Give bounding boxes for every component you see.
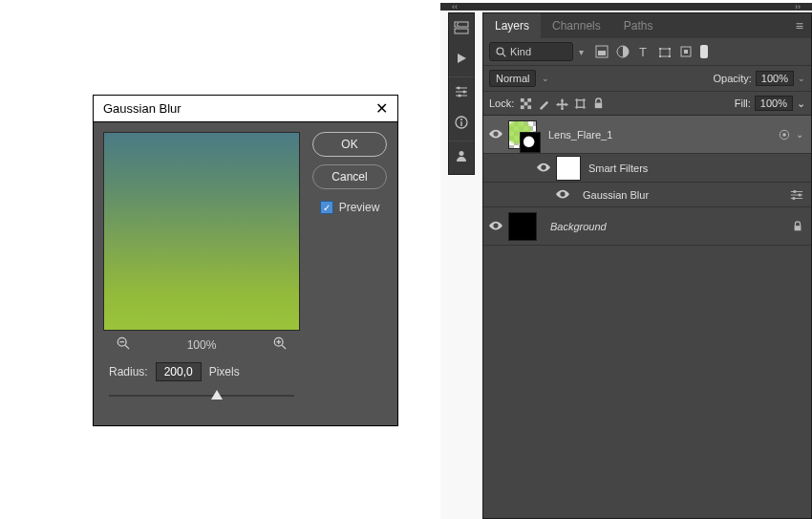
lock-icon	[792, 221, 803, 232]
fill-label: Fill:	[735, 97, 751, 109]
panel-menu-icon[interactable]: ≡	[788, 18, 811, 33]
lock-transparency-icon[interactable]	[520, 97, 532, 110]
lock-all-icon[interactable]	[592, 97, 605, 110]
history-icon[interactable]	[454, 21, 469, 38]
checkbox-checked-icon[interactable]: ✓	[320, 201, 333, 214]
radius-label: Radius:	[109, 365, 148, 378]
adjustments-icon[interactable]	[454, 85, 469, 102]
filter-pixel-icon[interactable]	[595, 45, 609, 58]
info-icon[interactable]	[455, 116, 468, 133]
blur-preview[interactable]	[103, 132, 300, 331]
zoom-out-icon[interactable]	[117, 336, 130, 353]
filter-blend-options-icon[interactable]	[790, 189, 803, 201]
dialog-titlebar[interactable]: Gaussian Blur ✕	[94, 96, 397, 122]
chevron-down-icon[interactable]: ⌄	[798, 74, 805, 83]
svg-rect-8	[455, 29, 468, 33]
preview-checkbox-row[interactable]: ✓ Preview	[320, 201, 380, 214]
filter-name[interactable]: Gaussian Blur	[583, 189, 790, 201]
filter-type-icon[interactable]: T	[637, 45, 651, 58]
lock-label: Lock:	[489, 97, 514, 109]
panel-cluster: ‹‹ ›› Layers Channels Paths ≡ Kind ▾	[440, 3, 812, 519]
svg-point-17	[460, 119, 462, 120]
svg-rect-43	[595, 102, 602, 108]
layer-row-lens-flare[interactable]: Lens_Flare_1 ⌄	[483, 116, 811, 154]
filter-row-gaussian-blur[interactable]: Gaussian Blur	[483, 183, 811, 207]
smart-filters-row[interactable]: Smart Filters	[483, 154, 811, 183]
close-icon[interactable]: ✕	[375, 96, 388, 122]
svg-point-45	[782, 133, 785, 136]
zoom-percent: 100%	[187, 338, 217, 352]
actions-play-icon[interactable]	[455, 52, 468, 69]
svg-rect-23	[598, 51, 606, 55]
ok-button[interactable]: OK	[312, 132, 387, 157]
svg-rect-29	[659, 55, 661, 57]
radius-slider[interactable]	[109, 387, 294, 404]
radius-unit: Pixels	[209, 365, 240, 378]
svg-rect-49	[794, 190, 797, 193]
tab-paths[interactable]: Paths	[612, 13, 665, 38]
layer-name[interactable]: Lens_Flare_1	[548, 129, 779, 141]
svg-rect-26	[660, 49, 670, 56]
dock-collapse-left-icon[interactable]: ‹‹	[452, 2, 458, 11]
svg-line-1	[125, 345, 129, 349]
dialog-title: Gaussian Blur	[103, 96, 182, 122]
layers-panel: Layers Channels Paths ≡ Kind ▾ T Normal	[482, 12, 812, 519]
opacity-label: Opacity:	[714, 73, 752, 84]
svg-rect-38	[577, 99, 584, 106]
filter-mask-thumbnail[interactable]	[556, 156, 581, 181]
svg-rect-28	[669, 48, 671, 50]
layer-name[interactable]: Background	[550, 221, 792, 232]
svg-rect-52	[795, 226, 801, 230]
lock-artboard-icon[interactable]	[574, 97, 587, 110]
layer-mask-thumbnail[interactable]	[520, 132, 541, 153]
svg-line-21	[502, 54, 505, 56]
svg-rect-37	[528, 105, 532, 109]
tab-channels[interactable]: Channels	[541, 13, 612, 38]
slider-thumb-icon[interactable]	[211, 390, 223, 400]
chevron-down-icon[interactable]: ▾	[579, 47, 584, 57]
layer-thumbnail[interactable]	[508, 212, 537, 241]
gaussian-blur-dialog: Gaussian Blur ✕ 100% Radius: Pixels	[93, 95, 398, 426]
svg-point-19	[459, 151, 464, 156]
blend-mode-value: Normal	[496, 73, 529, 84]
layer-list: Lens_Flare_1 ⌄ Smart Filters Gaussian Bl…	[483, 116, 811, 246]
tab-layers[interactable]: Layers	[483, 13, 541, 38]
visibility-toggle[interactable]	[531, 162, 556, 174]
zoom-in-icon[interactable]	[273, 336, 287, 353]
svg-point-14	[463, 91, 466, 94]
visibility-toggle[interactable]	[483, 129, 508, 141]
svg-rect-30	[669, 55, 671, 57]
preview-label: Preview	[339, 201, 380, 214]
svg-rect-51	[793, 197, 796, 200]
filter-adjustment-icon[interactable]	[616, 45, 630, 58]
lock-pixels-icon[interactable]	[538, 97, 550, 110]
visibility-toggle[interactable]	[483, 221, 508, 232]
filter-smartobj-icon[interactable]	[679, 45, 693, 58]
chevron-down-icon[interactable]: ⌄	[542, 74, 549, 83]
icon-dock	[448, 12, 475, 175]
layer-row-background[interactable]: Background	[483, 207, 811, 246]
filter-toggle-icon[interactable]	[700, 45, 708, 58]
svg-rect-18	[460, 121, 461, 126]
svg-line-4	[282, 345, 286, 349]
svg-rect-32	[684, 50, 688, 54]
dock-collapse-right-icon[interactable]: ››	[795, 2, 801, 11]
svg-rect-50	[799, 193, 801, 196]
blend-mode-select[interactable]: Normal	[489, 70, 536, 87]
collapse-filters-icon[interactable]: ⌄	[796, 129, 803, 140]
lock-position-icon[interactable]	[556, 97, 568, 110]
opacity-input[interactable]: 100%	[756, 71, 794, 86]
fill-input[interactable]: 100%	[755, 96, 793, 111]
chevron-down-icon[interactable]: ⌄	[797, 97, 805, 110]
visibility-toggle[interactable]	[550, 189, 575, 201]
svg-rect-35	[524, 101, 528, 105]
svg-point-20	[497, 48, 503, 54]
filter-kind-label: Kind	[510, 46, 531, 57]
radius-input[interactable]	[156, 362, 202, 381]
filter-shape-icon[interactable]	[658, 45, 672, 58]
filter-kind-select[interactable]: Kind	[489, 42, 573, 61]
cancel-button[interactable]: Cancel	[312, 164, 387, 189]
svg-rect-33	[521, 97, 524, 101]
svg-rect-27	[659, 48, 661, 50]
person-icon[interactable]	[455, 149, 468, 166]
